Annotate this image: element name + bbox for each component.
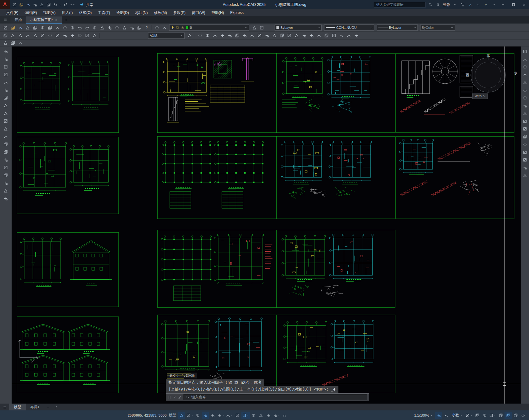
lineweight-display-toggle[interactable] (250, 412, 257, 419)
lineweight-control-dropdown[interactable]: ByLayer (377, 24, 418, 31)
scale-icon[interactable] (522, 102, 528, 109)
close-tab-icon[interactable] (55, 18, 58, 22)
multiline-text-icon[interactable] (271, 32, 278, 39)
gradient-icon[interactable] (2, 164, 9, 171)
move-icon[interactable] (522, 87, 528, 93)
linetype-control-dropdown[interactable]: CON...NUOU (324, 24, 374, 31)
stretch-icon[interactable] (522, 110, 528, 117)
dim-text-edit-icon[interactable] (211, 32, 218, 39)
ellipse-icon[interactable] (2, 118, 9, 124)
copy-icon[interactable] (54, 24, 61, 31)
new-tab-button[interactable] (62, 16, 70, 24)
spline-icon[interactable] (2, 110, 9, 117)
center-mark-icon[interactable] (196, 32, 204, 39)
table-icon[interactable] (2, 180, 9, 186)
layer-walk-icon[interactable] (161, 24, 168, 31)
annotation-autoscale-toggle[interactable] (443, 412, 450, 419)
single-text-icon[interactable] (263, 32, 271, 39)
menu-item-8[interactable]: 标注(N) (132, 9, 151, 16)
dim-style-dropdown[interactable]: AXIS (148, 33, 185, 39)
new-layout-button[interactable] (44, 404, 52, 410)
zoom-realtime-icon[interactable] (98, 24, 106, 31)
revision-cloud-icon[interactable] (2, 102, 9, 109)
explode-icon[interactable] (522, 172, 528, 179)
quick-dim-icon[interactable] (54, 32, 61, 39)
rotate-icon[interactable] (522, 95, 528, 101)
insert-table-icon[interactable] (278, 32, 285, 39)
autocad-logo[interactable]: A (0, 0, 10, 9)
zoom-previous-icon[interactable] (113, 24, 121, 31)
break-at-point-icon[interactable] (522, 133, 528, 140)
dim-linear-icon[interactable] (2, 32, 9, 39)
viewcube[interactable]: 北西东 (466, 54, 518, 92)
layer-isolate-icon[interactable] (16, 40, 24, 46)
menu-item-9[interactable]: 修改(M) (151, 9, 170, 16)
tab-layout1[interactable]: 布局1 (26, 404, 44, 410)
dim-arc-icon[interactable] (16, 32, 24, 39)
multileader-collect-icon[interactable] (248, 32, 256, 39)
measure-icon[interactable] (323, 32, 330, 39)
clean-screen-toggle[interactable] (512, 412, 519, 419)
menu-item-11[interactable]: 窗口(W) (189, 9, 208, 16)
polygon-icon[interactable] (2, 71, 9, 78)
annotation-monitor-toggle[interactable] (474, 412, 481, 419)
save-icon[interactable] (16, 24, 24, 31)
isometric-drafting-toggle[interactable] (225, 412, 234, 419)
redo-icon[interactable] (62, 1, 69, 9)
draw-order-icon[interactable] (337, 32, 345, 39)
save-as-icon[interactable] (32, 1, 38, 9)
store-icon[interactable] (460, 1, 466, 9)
break-icon[interactable] (522, 141, 528, 148)
text-style-icon[interactable] (293, 32, 300, 39)
help-caret-icon[interactable] (491, 1, 497, 9)
ellipse-arc-icon[interactable] (2, 126, 9, 132)
save-icon[interactable] (25, 1, 32, 9)
units-button[interactable]: 小数 (450, 412, 465, 419)
ortho-mode-toggle[interactable] (209, 412, 216, 419)
command-input-field[interactable]: 键入命令 (183, 394, 367, 400)
erase-icon[interactable] (522, 48, 528, 55)
quick-select-icon[interactable] (330, 32, 337, 39)
extend-icon[interactable] (522, 126, 528, 132)
group-icon[interactable] (345, 32, 352, 39)
tab-model[interactable]: 模型 (9, 404, 26, 410)
annotation-visibility-toggle[interactable] (435, 412, 442, 419)
trim-icon[interactable] (522, 118, 528, 124)
layer-control-dropdown[interactable]: 0 (169, 24, 249, 31)
arc-icon[interactable] (2, 87, 9, 93)
object-snap-tracking-toggle[interactable] (234, 412, 241, 419)
command-input-bar[interactable]: 键入命令 (166, 393, 369, 401)
dim-diameter-icon[interactable] (39, 32, 46, 39)
caret-icon[interactable] (73, 1, 76, 9)
dim-style-dialog-icon[interactable] (186, 32, 193, 39)
mirror-icon[interactable] (522, 64, 528, 70)
plotstyle-control-dropdown[interactable]: ByColor (420, 24, 455, 31)
insert-block-icon[interactable] (2, 133, 9, 140)
close-button[interactable] (519, 0, 528, 9)
help-icon[interactable]: ? (143, 24, 150, 31)
point-icon[interactable] (2, 149, 9, 155)
multileader-style-icon[interactable] (256, 32, 263, 39)
minimize-button[interactable] (498, 0, 507, 9)
line-icon[interactable] (2, 48, 9, 55)
plot-icon[interactable] (24, 24, 31, 31)
multileader-align-icon[interactable] (241, 32, 248, 39)
publish-icon[interactable] (39, 24, 46, 31)
layer-previous-icon[interactable] (250, 24, 258, 31)
dim-baseline-icon[interactable] (61, 32, 68, 39)
pan-icon[interactable] (91, 24, 98, 31)
rectangle-icon[interactable] (2, 79, 9, 86)
create-block-icon[interactable] (2, 141, 9, 148)
table-style-icon[interactable] (300, 32, 308, 39)
user-icon[interactable] (435, 1, 441, 9)
tolerance-icon[interactable] (91, 32, 98, 39)
undo-icon[interactable] (52, 1, 59, 9)
signin-button[interactable]: 登录 (443, 2, 450, 7)
dynamic-input-toggle[interactable] (202, 412, 209, 419)
search-input[interactable]: 键入关键字或短语 (374, 2, 426, 7)
grid-display-toggle[interactable] (178, 412, 185, 419)
open-icon[interactable] (18, 1, 25, 9)
menu-item-13[interactable]: Express (227, 9, 247, 16)
zoom-window-icon[interactable] (106, 24, 113, 31)
search-icon[interactable] (427, 1, 434, 9)
